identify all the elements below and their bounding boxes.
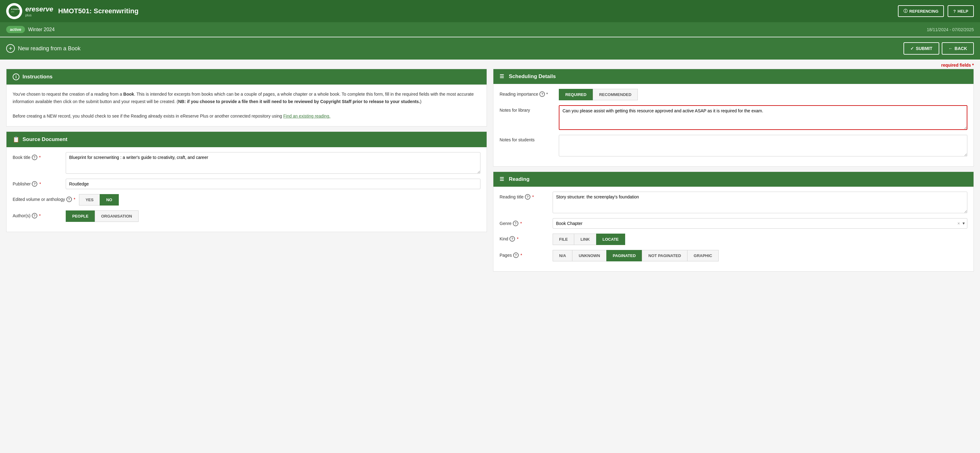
kind-label: Kind ? * bbox=[500, 234, 549, 242]
scheduling-body: Reading importance ? * REQUIRED RECOMMEN… bbox=[493, 84, 974, 166]
instructions-body: You've chosen to request the creation of… bbox=[6, 84, 487, 126]
referencing-button[interactable]: ⓘ REFERENCING bbox=[898, 5, 944, 17]
pages-toggle-group: N/A UNKNOWN PAGINATED NOT PAGINATED GRAP… bbox=[553, 250, 967, 261]
recommended-button[interactable]: RECOMMENDED bbox=[593, 89, 638, 100]
svg-text:reserve: reserve bbox=[13, 8, 21, 10]
no-button[interactable]: NO bbox=[100, 194, 119, 205]
sub-header-left: active Winter 2024 bbox=[6, 26, 55, 33]
instructions-para1: You've chosen to request the creation of… bbox=[13, 91, 480, 105]
source-document-body: Book title ? * Blueprint for screenwriti… bbox=[6, 147, 487, 232]
organisation-button[interactable]: ORGANISATION bbox=[95, 210, 138, 222]
genre-select[interactable]: Book Chapter Book Journal Article Other bbox=[553, 218, 967, 229]
add-icon: + bbox=[6, 44, 15, 53]
header-left: e reserve plus ereserve plus HMOT501: Sc… bbox=[6, 3, 138, 19]
genre-row: Genre ? * Book Chapter Book Journal Arti… bbox=[500, 218, 967, 229]
logo-area: e reserve plus ereserve plus bbox=[6, 3, 53, 19]
book-title-row: Book title ? * Blueprint for screenwriti… bbox=[13, 152, 480, 174]
date-range: 18/11/2024 - 07/02/2025 bbox=[927, 27, 974, 32]
notes-students-row: Notes for students bbox=[500, 135, 967, 156]
checkmark-icon: ✓ bbox=[910, 46, 914, 51]
kind-row: Kind ? * FILE LINK LOCATE bbox=[500, 234, 967, 245]
notes-library-label: Notes for library bbox=[500, 105, 555, 113]
semester-text: Winter 2024 bbox=[28, 27, 55, 32]
back-button[interactable]: ← BACK bbox=[942, 42, 974, 55]
source-document-header: 📋 Source Document bbox=[6, 132, 487, 147]
genre-clear-icon[interactable]: × bbox=[958, 221, 960, 226]
graphic-button[interactable]: GRAPHIC bbox=[687, 250, 719, 261]
na-button[interactable]: N/A bbox=[553, 250, 572, 261]
left-column: i Instructions You've chosen to request … bbox=[6, 69, 487, 272]
reading-body: Reading title ? * Story structure: the s… bbox=[493, 187, 974, 271]
required-button[interactable]: REQUIRED bbox=[559, 89, 593, 100]
page-header: + New reading from a Book ✓ SUBMIT ← BAC… bbox=[0, 37, 980, 60]
book-title-help-icon[interactable]: ? bbox=[32, 154, 37, 160]
instructions-panel: i Instructions You've chosen to request … bbox=[6, 69, 487, 127]
people-button[interactable]: PEOPLE bbox=[66, 210, 95, 222]
course-title: HMOT501: Screenwriting bbox=[58, 7, 138, 15]
anthology-label: Edited volume or anthology ? * bbox=[13, 194, 75, 202]
scheduling-title: Scheduling Details bbox=[509, 73, 556, 79]
authors-toggle-group: PEOPLE ORGANISATION bbox=[66, 210, 480, 222]
unknown-button[interactable]: UNKNOWN bbox=[572, 250, 606, 261]
reading-title-label: Reading title ? * bbox=[500, 192, 549, 200]
scheduling-icon: ☰ bbox=[500, 73, 506, 79]
kind-help-icon[interactable]: ? bbox=[509, 236, 515, 242]
svg-text:plus: plus bbox=[11, 11, 14, 13]
header-buttons: ⓘ REFERENCING ? HELP bbox=[898, 5, 974, 17]
reading-title-row: Reading title ? * Story structure: the s… bbox=[500, 192, 967, 213]
anthology-toggle-group: YES NO bbox=[79, 194, 480, 205]
main-content: i Instructions You've chosen to request … bbox=[0, 69, 980, 278]
reading-importance-help-icon[interactable]: ? bbox=[539, 91, 545, 97]
submit-button[interactable]: ✓ SUBMIT bbox=[904, 42, 939, 55]
scheduling-panel: ☰ Scheduling Details Reading importance … bbox=[493, 69, 974, 167]
authors-label: Author(s) ? * bbox=[13, 210, 62, 218]
active-badge: active bbox=[6, 26, 25, 33]
reading-title-input[interactable]: Story structure: the screenplay's founda… bbox=[553, 192, 967, 213]
publisher-help-icon[interactable]: ? bbox=[32, 181, 37, 187]
genre-help-icon[interactable]: ? bbox=[513, 221, 519, 226]
link-button[interactable]: LINK bbox=[574, 234, 596, 245]
kind-toggle-group: FILE LINK LOCATE bbox=[553, 234, 967, 245]
genre-select-wrapper: Book Chapter Book Journal Article Other … bbox=[553, 218, 967, 229]
locate-button[interactable]: LOCATE bbox=[596, 234, 625, 245]
notes-students-textarea[interactable] bbox=[559, 135, 967, 156]
book-title-input[interactable]: Blueprint for screenwriting : a writer's… bbox=[66, 152, 480, 174]
authors-help-icon[interactable]: ? bbox=[32, 213, 37, 218]
anthology-row: Edited volume or anthology ? * YES NO bbox=[13, 194, 480, 205]
not-paginated-button[interactable]: NOT PAGINATED bbox=[642, 250, 687, 261]
page-header-left: + New reading from a Book bbox=[6, 44, 81, 53]
notes-library-textarea[interactable]: Can you please assist with getting this … bbox=[559, 105, 967, 130]
back-arrow-icon: ← bbox=[948, 46, 953, 51]
reading-panel-title: Reading bbox=[509, 176, 530, 182]
genre-label: Genre ? * bbox=[500, 218, 549, 226]
page-header-right: ✓ SUBMIT ← BACK bbox=[904, 42, 974, 55]
authors-row: Author(s) ? * PEOPLE ORGANISATION bbox=[13, 210, 480, 222]
book-title-label: Book title ? * bbox=[13, 152, 62, 160]
notes-library-row: Notes for library Can you please assist … bbox=[500, 105, 967, 130]
pages-help-icon[interactable]: ? bbox=[513, 253, 519, 258]
genre-chevron-icon: ▼ bbox=[962, 221, 966, 226]
reading-importance-toggle: REQUIRED RECOMMENDED bbox=[559, 89, 967, 100]
reading-importance-label: Reading importance ? * bbox=[500, 89, 555, 97]
pages-label: Pages ? * bbox=[500, 250, 549, 258]
publisher-label: Publisher ? * bbox=[13, 179, 62, 187]
reading-title-help-icon[interactable]: ? bbox=[525, 194, 530, 200]
anthology-help-icon[interactable]: ? bbox=[66, 197, 72, 202]
instructions-panel-header: i Instructions bbox=[6, 69, 487, 84]
app-header: e reserve plus ereserve plus HMOT501: Sc… bbox=[0, 0, 980, 22]
pages-row: Pages ? * N/A UNKNOWN PAGINATED NOT PAGI… bbox=[500, 250, 967, 261]
publisher-input[interactable]: Routledge bbox=[66, 179, 480, 189]
reading-panel-icon: ☰ bbox=[500, 176, 506, 182]
help-icon: ? bbox=[953, 9, 956, 14]
find-existing-link[interactable]: Find an existing reading. bbox=[283, 114, 331, 119]
file-button[interactable]: FILE bbox=[553, 234, 574, 245]
paginated-button[interactable]: PAGINATED bbox=[606, 250, 642, 261]
source-document-title: Source Document bbox=[22, 137, 67, 143]
sub-header: active Winter 2024 18/11/2024 - 07/02/20… bbox=[0, 22, 980, 37]
yes-button[interactable]: YES bbox=[79, 194, 100, 205]
help-button[interactable]: ? HELP bbox=[948, 5, 974, 17]
reading-panel: ☰ Reading Reading title ? * Story struct… bbox=[493, 172, 974, 272]
required-fields-note: required fields * bbox=[0, 60, 980, 69]
book-icon: 📋 bbox=[13, 136, 19, 143]
instructions-title: Instructions bbox=[22, 74, 52, 80]
